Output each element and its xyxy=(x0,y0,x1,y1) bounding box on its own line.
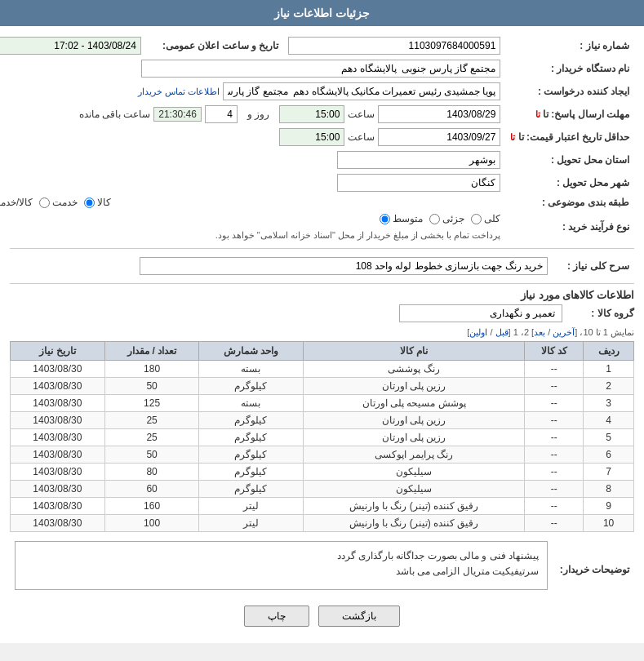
note-row: توضیحات خریدار: پیشنهاد فنی و مالی بصورت… xyxy=(10,539,634,601)
noe-jozii-radio[interactable] xyxy=(429,214,440,224)
divider-1 xyxy=(10,248,634,249)
divider-2 xyxy=(10,283,634,284)
cell-radif: 9 xyxy=(584,498,634,515)
table-header: ردیف کد کالا نام کالا واحد شمارش تعداد /… xyxy=(11,342,634,361)
cell-name: سیلیکون xyxy=(303,464,525,481)
row-shahr: شهر محل تحویل : xyxy=(0,171,634,194)
mohlat-saat-input[interactable] xyxy=(279,105,344,123)
hadd-date-input[interactable] xyxy=(378,128,500,146)
note-value: پیشنهاد فنی و مالی بصورت جداگانه بارگذار… xyxy=(10,539,553,601)
ostan-input[interactable] xyxy=(337,151,500,169)
cell-date: 1403/08/30 xyxy=(11,412,105,429)
next-link[interactable]: بعد xyxy=(534,327,545,337)
noe-mutavasit[interactable]: متوسط xyxy=(380,213,423,224)
back-button[interactable]: بازگشت xyxy=(318,606,400,627)
hadd-saat-input[interactable] xyxy=(279,128,344,146)
cell-date: 1403/08/30 xyxy=(11,481,105,498)
serh-input[interactable] xyxy=(140,257,548,275)
noe-koli-radio[interactable] xyxy=(471,214,482,224)
cell-code: -- xyxy=(525,515,584,532)
row-mohlat: مهلت ارسال پاسخ: تا تا ساعت روز و 21:30:… xyxy=(0,103,634,126)
cell-name: رزین پلی اورتان xyxy=(303,378,525,395)
dastgah-input[interactable] xyxy=(141,60,500,78)
cell-radif: 6 xyxy=(584,446,634,464)
note-text: پیشنهاد فنی و مالی بصورت جداگانه بارگذار… xyxy=(337,550,539,577)
tabaqe-kala-label: کالا xyxy=(97,197,111,208)
cell-code: -- xyxy=(525,498,584,515)
group-kala-label: گروه کالا : xyxy=(569,308,634,319)
tabaqe-label: طبقه بندی موضوعی : xyxy=(505,194,634,211)
mohlat-label: مهلت ارسال پاسخ: تا تا xyxy=(505,103,634,126)
ijad-input[interactable] xyxy=(223,82,500,100)
mohlat-roz-input[interactable] xyxy=(205,105,238,123)
cell-date: 1403/08/30 xyxy=(11,464,105,481)
ostan-value xyxy=(0,149,505,171)
noe-desc: پرداخت تمام با بخشی از مبلغ خریدار از مح… xyxy=(215,230,501,241)
cell-qty: 125 xyxy=(104,395,199,412)
cell-name: رقیق کننده (تینر) رنگ با وارنیش xyxy=(303,515,525,532)
mohlat-date-input[interactable] xyxy=(378,105,500,123)
tabaqe-khidmat[interactable]: خدمت xyxy=(39,197,78,208)
cell-qty: 100 xyxy=(104,515,199,532)
shahr-input[interactable] xyxy=(337,174,500,192)
tabaqe-kala[interactable]: کالا xyxy=(84,197,111,208)
first-link[interactable]: اولین xyxy=(469,327,487,337)
kala-section-title: اطلاعات کالاهای مورد نیاز xyxy=(10,289,634,301)
mohlat-roz-label: روز و xyxy=(247,109,269,120)
tabaqe-khidmat-label: خدمت xyxy=(52,197,78,208)
cell-date: 1403/08/30 xyxy=(11,395,105,412)
cell-name: رقیق کننده (تینر) رنگ با وارنیش xyxy=(303,498,525,515)
tabaqe-kala-radio[interactable] xyxy=(84,197,95,208)
note-box: پیشنهاد فنی و مالی بصورت جداگانه بارگذار… xyxy=(15,541,548,590)
cell-name: پوشش مسیحه پلی اورتان xyxy=(303,395,525,412)
cell-radif: 2 xyxy=(584,378,634,395)
tarikh-input[interactable] xyxy=(0,37,141,55)
cell-name: رزین پلی اورتان xyxy=(303,429,525,446)
content-area: شماره نیاز : تاریخ و ساعت اعلان عمومی: ن… xyxy=(0,26,644,643)
cell-qty: 25 xyxy=(104,429,199,446)
serh-table: سرح کلی نیاز : xyxy=(10,254,634,278)
cell-radif: 8 xyxy=(584,481,634,498)
hadd-label: حداقل تاریخ اعتبار قیمت: تا تا xyxy=(505,126,634,149)
group-kala-input[interactable] xyxy=(399,304,562,322)
table-row: 3 -- پوشش مسیحه پلی اورتان بسته 125 1403… xyxy=(11,395,634,412)
col-unit: واحد شمارش xyxy=(199,342,303,361)
tabaqe-khidmat-radio[interactable] xyxy=(39,197,50,208)
shomare-input[interactable] xyxy=(288,37,500,55)
noe-label: نوع فرآیند خرید : xyxy=(505,211,634,243)
tabaqe-kala-khidmat-label: کالا/خدمت xyxy=(0,197,33,208)
cell-unit: کیلوگرم xyxy=(199,378,303,395)
shomare-value xyxy=(283,34,505,57)
table-row: 7 -- سیلیکون کیلوگرم 80 1403/08/30 xyxy=(11,464,634,481)
serh-value xyxy=(10,254,553,278)
page-title: جزئیات اطلاعات نیاز xyxy=(274,7,370,20)
noe-koli[interactable]: کلی xyxy=(471,213,500,224)
cell-unit: لیتر xyxy=(199,498,303,515)
col-name: نام کالا xyxy=(303,342,525,361)
cell-radif: 5 xyxy=(584,429,634,446)
noe-jozii[interactable]: جزئی xyxy=(429,213,464,224)
shomare-label: شماره نیاز : xyxy=(505,34,634,57)
page-header: جزئیات اطلاعات نیاز xyxy=(0,0,644,26)
last-link[interactable]: آخرین xyxy=(553,327,575,337)
cell-name: رزین پلی اورتان xyxy=(303,412,525,429)
cell-unit: کیلوگرم xyxy=(199,481,303,498)
prev-link[interactable]: قبل xyxy=(495,327,509,337)
buttons-row: بازگشت چاپ xyxy=(10,606,634,635)
cell-code: -- xyxy=(525,481,584,498)
shahr-value xyxy=(0,171,505,194)
noe-mutavasit-radio[interactable] xyxy=(380,214,390,224)
cell-name: رنگ پوششی xyxy=(303,361,525,378)
kala-table: ردیف کد کالا نام کالا واحد شمارش تعداد /… xyxy=(10,341,634,532)
print-button[interactable]: چاپ xyxy=(244,606,309,627)
cell-radif: 4 xyxy=(584,412,634,429)
ettelaat-link[interactable]: اطلاعات تماس خریدار xyxy=(138,87,220,97)
cell-unit: لیتر xyxy=(199,515,303,532)
page-container: جزئیات اطلاعات نیاز شماره نیاز : تاریخ و… xyxy=(0,0,644,643)
group-kala-row: گروه کالا : xyxy=(10,304,634,322)
noe-jozii-label: جزئی xyxy=(442,213,464,224)
mohlat-value: ساعت روز و 21:30:46 ساعت باقی مانده xyxy=(0,103,505,126)
ostan-label: استان محل تحویل : xyxy=(505,149,634,171)
noe-value: متوسط جزئی کلی پر xyxy=(0,211,505,243)
tabaqe-kala-khidmat[interactable]: کالا/خدمت xyxy=(0,197,33,208)
